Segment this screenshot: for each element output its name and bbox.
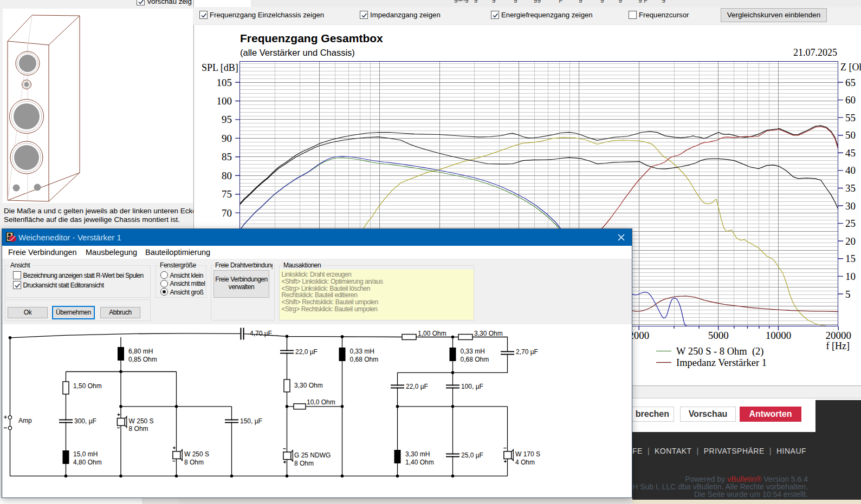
svg-text:W 250 S: W 250 S [129,417,154,425]
svg-text:0,68 Ohm: 0,68 Ohm [461,356,489,363]
svg-text:5000: 5000 [708,330,729,341]
svg-text:Z [Ohm]: Z [Ohm] [840,62,861,73]
svg-text:0,33 mH: 0,33 mH [350,348,374,355]
svg-text:8 Ohm: 8 Ohm [129,425,148,433]
svg-text:1,40 Ohm: 1,40 Ohm [405,459,434,466]
svg-text:W 250 S: W 250 S [184,450,209,458]
svg-text:SPL [dB]: SPL [dB] [202,62,238,73]
svg-text:4 Ohm: 4 Ohm [515,459,535,466]
svg-text:f [Hz]: f [Hz] [826,341,850,351]
svg-text:100: 100 [217,95,232,107]
svg-text:0,68 Ohm: 0,68 Ohm [350,356,379,363]
svg-text:W 170 S: W 170 S [515,450,540,458]
svg-text:65: 65 [845,77,856,88]
svg-text:0,33 mH: 0,33 mH [461,348,485,355]
svg-text:2,70 µF: 2,70 µF [516,348,538,356]
svg-text:60: 60 [845,94,856,106]
svg-text:35: 35 [845,182,856,194]
svg-text:8 Ohm: 8 Ohm [184,459,204,466]
svg-text:3,30 mH: 3,30 mH [405,450,430,458]
svg-text:30: 30 [845,200,856,212]
svg-text:105: 105 [217,77,232,88]
svg-text:22,0 µF: 22,0 µF [295,348,318,356]
svg-text:5: 5 [845,289,851,300]
svg-text:20: 20 [845,235,856,247]
svg-text:4,80 Ohm: 4,80 Ohm [73,459,102,466]
svg-text:70: 70 [222,207,232,219]
svg-text:4,70 µF: 4,70 µF [250,330,272,337]
svg-text:G 25 NDWG: G 25 NDWG [294,451,331,459]
svg-text:40: 40 [845,165,856,176]
svg-text:W 250 S - 8 Ohm (2): W 250 S - 8 Ohm (2) [676,346,764,357]
svg-text:1,00 Ohm: 1,00 Ohm [418,330,446,337]
svg-text:3,30 Ohm: 3,30 Ohm [294,382,323,389]
svg-text:10000: 10000 [766,330,792,341]
svg-text:1,50 Ohm: 1,50 Ohm [73,382,102,390]
svg-text:100, µF: 100, µF [461,383,483,390]
svg-text:6,80 mH: 6,80 mH [128,348,153,355]
svg-text:Amp: Amp [18,417,32,424]
svg-text:10: 10 [845,271,856,282]
svg-text:55: 55 [845,112,856,123]
svg-text:10,0 Ohm: 10,0 Ohm [307,398,335,406]
svg-text:50: 50 [845,129,856,141]
svg-text:8 Ohm: 8 Ohm [294,460,314,467]
svg-text:3,30 Ohm: 3,30 Ohm [474,330,503,337]
svg-text:25: 25 [845,218,856,229]
svg-text:75: 75 [222,188,232,200]
svg-text:0,85 Ohm: 0,85 Ohm [128,356,157,363]
svg-text:45: 45 [845,147,856,159]
svg-text:150, µF: 150, µF [240,417,262,425]
svg-text:90: 90 [222,133,232,144]
svg-text:15,0 mH: 15,0 mH [73,450,98,458]
svg-text:20000: 20000 [826,330,852,341]
svg-text:Impedanz Verstärker 1: Impedanz Verstärker 1 [676,357,767,368]
svg-text:15: 15 [845,253,856,264]
svg-text:85: 85 [222,151,232,162]
svg-text:80: 80 [222,170,232,181]
svg-text:95: 95 [222,114,232,125]
svg-text:22,0 µF: 22,0 µF [406,383,428,390]
svg-text:25,0 µF: 25,0 µF [461,451,483,459]
svg-text:300, µF: 300, µF [74,417,96,425]
